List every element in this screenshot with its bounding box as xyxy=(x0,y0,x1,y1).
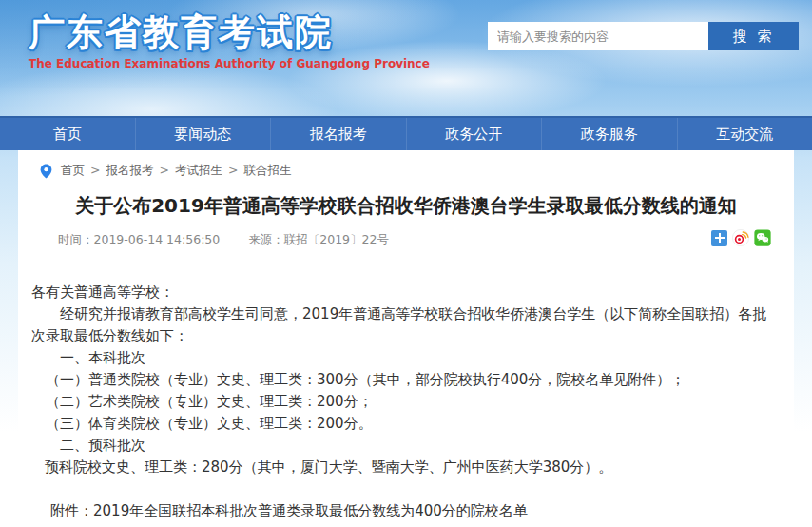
article-paragraph: 经研究并报请教育部高校学生司同意，2019年普通高等学校联合招收华侨港澳台学生（… xyxy=(31,303,781,347)
breadcrumb-item: 考试招生> xyxy=(175,163,243,179)
article-source: 来源：联招〔2019〕22号 xyxy=(248,232,389,246)
site-logo[interactable]: 广东省教育考试院 The Education Examinations Auth… xyxy=(29,11,430,70)
article-paragraph: （一）普通类院校（专业）文史、理工类：300分（其中，部分院校执行400分，院校… xyxy=(31,369,781,391)
article-paragraph: （三）体育类院校（专业）文史、理工类：200分。 xyxy=(31,413,781,435)
breadcrumb-separator: > xyxy=(159,163,168,177)
breadcrumb-separator: > xyxy=(90,163,100,177)
article-paragraph: 一、本科批次 xyxy=(31,347,781,369)
share-more-icon[interactable] xyxy=(711,230,727,246)
location-pin-icon xyxy=(40,164,52,179)
breadcrumb-link[interactable]: 首页 xyxy=(61,163,85,177)
search-button[interactable]: 搜 索 xyxy=(708,22,799,50)
article-paragraph: 二、预科批次 xyxy=(31,435,781,457)
article-paragraph: 预科院校文史、理工类：280分（其中，厦门大学、暨南大学、广州中医药大学380分… xyxy=(31,457,781,478)
article-body: 各有关普通高等学校： 经研究并报请教育部高校学生司同意，2019年普通高等学校联… xyxy=(31,282,781,522)
main-nav: 首页 要闻动态 报名报考 政务公开 政务服务 互动交流 xyxy=(0,116,812,150)
breadcrumb-separator: > xyxy=(228,163,238,177)
article-paragraph: 各有关普通高等学校： xyxy=(31,282,781,303)
breadcrumb-link[interactable]: 考试招生 xyxy=(175,163,222,177)
content-panel: 首页> 报名报考> 考试招生> 联合招生> 关于公布2019年普通高等学校联合招… xyxy=(18,150,794,527)
site-header: 广东省教育考试院 The Education Examinations Auth… xyxy=(0,0,812,116)
site-subtitle: The Education Examinations Authority of … xyxy=(29,57,430,70)
breadcrumb-link[interactable]: 报名报考 xyxy=(106,163,153,177)
search-input[interactable] xyxy=(488,22,708,50)
article-paragraph xyxy=(31,478,781,500)
nav-item[interactable]: 政务公开 xyxy=(406,118,542,150)
nav-item[interactable]: 政务服务 xyxy=(541,118,677,150)
site-title: 广东省教育考试院 xyxy=(29,11,430,53)
dotted-divider xyxy=(31,263,781,264)
nav-item[interactable]: 首页 xyxy=(0,118,135,150)
article-paragraph: 附件：2019年全国联招本科批次普通类录取最低分数线为400分的院校名单 xyxy=(31,500,781,522)
nav-item[interactable]: 互动交流 xyxy=(677,118,812,150)
article-time: 时间：2019-06-14 14:56:50 xyxy=(58,232,220,246)
breadcrumb: 首页> 报名报考> 考试招生> 联合招生> xyxy=(18,150,794,179)
breadcrumb-item: 首页> xyxy=(61,163,106,179)
article-title: 关于公布2019年普通高等学校联合招收华侨港澳台学生录取最低分数线的通知 xyxy=(56,193,756,218)
nav-item[interactable]: 要闻动态 xyxy=(135,118,271,150)
weibo-share-icon[interactable] xyxy=(732,229,749,246)
article-paragraph: （二）艺术类院校（专业）文史、理工类：200分； xyxy=(31,391,781,413)
wechat-share-icon[interactable] xyxy=(754,229,771,246)
breadcrumb-item: 报名报考> xyxy=(106,163,174,179)
nav-item[interactable]: 报名报考 xyxy=(270,118,406,150)
breadcrumb-item: 联合招生> xyxy=(243,163,291,179)
breadcrumb-link[interactable]: 联合招生 xyxy=(243,163,291,177)
share-bar xyxy=(711,229,771,246)
article-meta-row: 时间：2019-06-14 14:56:50 来源：联招〔2019〕22号 xyxy=(18,232,794,251)
